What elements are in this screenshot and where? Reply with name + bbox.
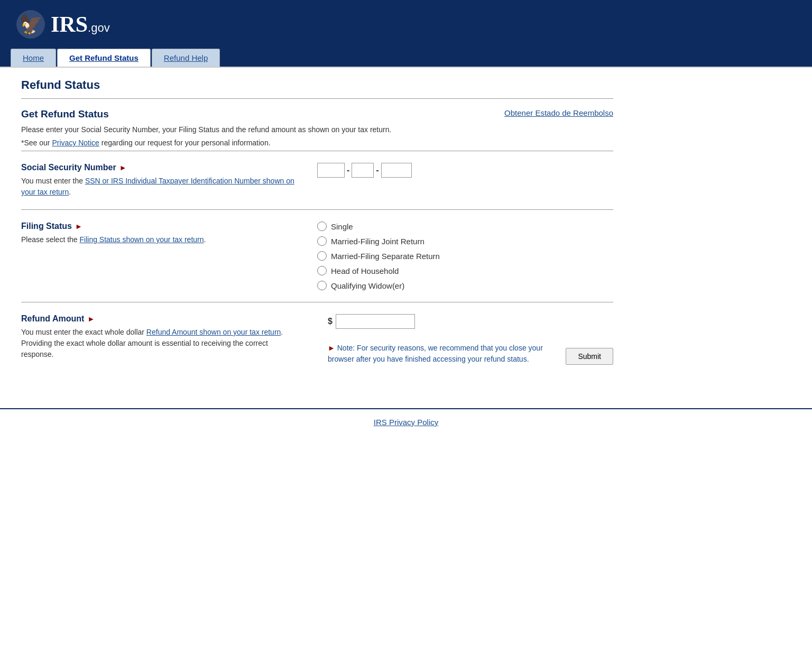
filing-status-radio-group: Single Married-Filing Joint Return Marri… — [317, 222, 613, 290]
radio-single-input[interactable] — [317, 222, 327, 231]
refund-amount-input-group: $ — [328, 314, 613, 329]
filing-status-desc: Please select the Filing Status shown on… — [21, 234, 301, 245]
radio-married-separate-input[interactable] — [317, 251, 327, 261]
intro-line2: *See our Privacy Notice regarding our re… — [21, 137, 613, 149]
filing-status-right: Single Married-Filing Joint Return Marri… — [317, 222, 613, 290]
radio-qualifying-widow[interactable]: Qualifying Widow(er) — [317, 281, 613, 290]
radio-head-of-household-label: Head of Household — [331, 266, 399, 275]
refund-amount-section: Refund Amount ► You must enter the exact… — [21, 302, 613, 376]
section-title: Get Refund Status — [21, 108, 109, 120]
logo: 🦅 IRS.gov — [16, 10, 110, 39]
security-note: ► Note: For security reasons, we recomme… — [328, 343, 555, 365]
svg-text:🦅: 🦅 — [19, 13, 43, 35]
refund-amount-label: Refund Amount ► — [21, 314, 301, 324]
filing-status-left: Filing Status ► Please select the Filing… — [21, 222, 317, 245]
spanish-link[interactable]: Obtener Estado de Reembolso — [504, 108, 613, 117]
security-note-text: Note: For security reasons, we recommend… — [328, 344, 543, 363]
refund-bottom: Refund Amount ► You must enter the exact… — [21, 314, 613, 365]
filing-status-link[interactable]: Filing Status shown on your tax return — [80, 235, 204, 244]
radio-qualifying-widow-input[interactable] — [317, 281, 327, 290]
ssn-section: Social Security Number ► You must enter … — [21, 151, 613, 209]
ssn-desc: You must enter the SSN or IRS Individual… — [21, 176, 301, 198]
intro-line2-prefix: *See our — [21, 139, 52, 147]
intro-line2-suffix: regarding our request for your personal … — [99, 139, 271, 147]
submit-button[interactable]: Submit — [566, 348, 613, 365]
radio-married-separate-label: Married-Filing Separate Return — [331, 252, 440, 261]
ssn-dash-1: - — [347, 165, 349, 175]
eagle-icon: 🦅 — [16, 10, 45, 39]
tab-home[interactable]: Home — [11, 49, 56, 67]
submit-row: Submit — [566, 348, 613, 365]
irs-logo-text: IRS.gov — [51, 13, 110, 35]
ssn-input-part2[interactable] — [352, 163, 374, 178]
refund-amount-required-arrow: ► — [87, 315, 95, 323]
radio-married-joint-input[interactable] — [317, 236, 327, 246]
radio-single-label: Single — [331, 222, 353, 231]
ssn-label: Social Security Number ► — [21, 163, 301, 172]
intro-line1: Please enter your Social Security Number… — [21, 124, 613, 135]
footer-privacy-link[interactable]: IRS Privacy Policy — [374, 418, 439, 427]
refund-amount-left: Refund Amount ► You must enter the exact… — [21, 314, 317, 360]
refund-amount-desc: You must enter the exact whole dollar Re… — [21, 327, 301, 360]
filing-status-required-arrow: ► — [75, 222, 82, 231]
ssn-dash-2: - — [376, 165, 379, 175]
filing-status-section: Filing Status ► Please select the Filing… — [21, 209, 613, 302]
radio-single[interactable]: Single — [317, 222, 613, 231]
privacy-notice-link[interactable]: Privacy Notice — [52, 139, 99, 147]
ssn-required-arrow: ► — [119, 163, 127, 172]
footer: IRS Privacy Policy — [0, 408, 812, 435]
refund-amount-right: $ ► Note: For security reasons, we recom… — [328, 314, 613, 365]
radio-married-separate[interactable]: Married-Filing Separate Return — [317, 251, 613, 261]
radio-head-of-household-input[interactable] — [317, 266, 327, 275]
title-divider — [21, 98, 613, 99]
section-header-row: Get Refund Status Obtener Estado de Reem… — [21, 108, 613, 120]
refund-amount-input[interactable] — [336, 314, 415, 329]
radio-head-of-household[interactable]: Head of Household — [317, 266, 613, 275]
ssn-input-group: - - — [317, 163, 613, 178]
tab-get-refund-status[interactable]: Get Refund Status — [57, 49, 151, 67]
main-content: Refund Status Get Refund Status Obtener … — [0, 68, 634, 392]
ssn-right: - - — [317, 163, 613, 178]
site-header: 🦅 IRS.gov — [0, 0, 812, 49]
ssn-input-part1[interactable] — [317, 163, 345, 178]
ssn-left: Social Security Number ► You must enter … — [21, 163, 317, 198]
ssn-input-part3[interactable] — [381, 163, 412, 178]
filing-status-label: Filing Status ► — [21, 222, 301, 231]
radio-married-joint[interactable]: Married-Filing Joint Return — [317, 236, 613, 246]
refund-amount-link[interactable]: Refund Amount shown on your tax return — [146, 328, 281, 336]
dollar-sign: $ — [328, 317, 333, 326]
page-title: Refund Status — [21, 78, 613, 92]
nav-tabs: Home Get Refund Status Refund Help — [0, 49, 812, 68]
security-note-arrow: ► — [328, 344, 335, 352]
radio-married-joint-label: Married-Filing Joint Return — [331, 237, 425, 246]
radio-qualifying-widow-label: Qualifying Widow(er) — [331, 281, 404, 290]
tab-refund-help[interactable]: Refund Help — [152, 49, 220, 67]
